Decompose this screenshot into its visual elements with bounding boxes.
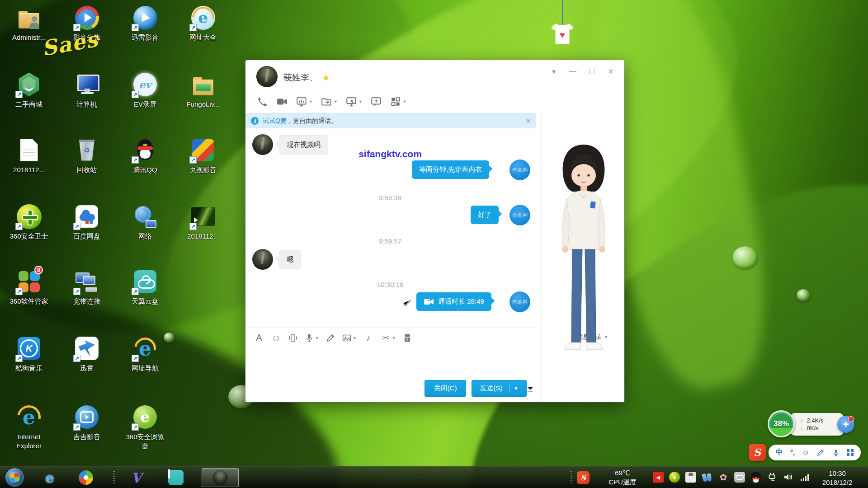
start-button[interactable] [5,468,24,487]
tray-flower-icon[interactable]: ✿ [718,472,729,483]
tray-kugou-icon[interactable]: ◄ [653,472,664,483]
tray-volume-icon[interactable] [783,472,794,483]
cpu-temperature[interactable]: 69℃ CPU温度 [598,469,647,487]
voice-message-button[interactable]: ▼ [302,332,321,344]
screen-demo-button[interactable]: ▼ [293,94,315,109]
tray-sogou-icon[interactable]: S [577,471,590,484]
network-speed-widget[interactable]: ↑2.4K/s ↓0K/s [790,413,844,436]
desktop-icon-baidupan[interactable]: 百度网盘 [60,203,114,241]
desktop-icon-yangshiyingyin[interactable]: 央视影音 [176,137,230,174]
contact-avatar[interactable] [252,249,273,270]
desktop-icon-kugou[interactable]: 酷狗音乐 [2,335,56,373]
tray-thunder-icon[interactable] [700,470,713,483]
qq-chat-window: 莪姓李、 ★ ▾ — ☐ ✕ ▼ ▼ ▼ ▼ i 试试Q麦 ，更自由的通话。 ✕ [245,60,624,402]
chat-toolbar: ▼ ▼ ▼ ▼ [255,94,409,109]
tray-network-icon[interactable] [799,472,810,483]
desktop-icon-tianyi[interactable]: 天翼云盘 [118,268,172,306]
message-input[interactable] [245,347,541,377]
desktop-icon-360guanjia[interactable]: 8 360软件管家 [2,268,56,306]
caret-down-icon: ▼ [315,336,319,340]
self-avatar[interactable]: 借条网 [509,205,530,225]
send-file-button[interactable]: ▼ [318,94,340,109]
voice-call-button[interactable] [255,94,271,109]
close-button[interactable]: ✕ [604,66,617,77]
desktop-icon-network[interactable]: 网络 [118,203,172,241]
desktop-icon-ev[interactable]: EV录屏 [118,71,172,109]
apps-grid-button[interactable]: ▼ [387,94,409,109]
call-duration-text: 通话时长 28:49 [438,297,484,306]
red-packet-button[interactable] [401,332,414,344]
desktop-icon-360browser[interactable]: 360安全浏览器 [118,404,172,450]
window-menu-button[interactable]: ▾ [547,66,560,77]
emoji-button[interactable]: ☺ [269,332,283,344]
taskbar-active-chat-button[interactable] [202,468,239,487]
contact-avatar[interactable] [252,134,273,155]
taskbar-sogou-browser-button[interactable] [79,470,93,485]
desktop-icon-label: 360软件管家 [9,297,48,306]
taskbar-grip[interactable] [113,471,115,484]
send-button-label: 发送(S) [480,384,503,393]
ime-pencil-button[interactable] [816,449,825,457]
taskbar-clock[interactable]: 10:30 2018/12/2 [812,469,863,488]
ime-punctuation-button[interactable]: °, [790,449,795,457]
send-button[interactable]: 发送(S) ▼ [472,380,527,397]
desktop-icon-fungo[interactable]: FungoLiv... [176,71,230,109]
tray-connection-icon[interactable] [767,472,778,483]
close-chat-button[interactable]: 关闭(C) [425,380,466,397]
desktop-icon-ershoushangcheng[interactable]: 二手商城 [2,71,56,109]
doodle-button[interactable] [324,332,337,344]
tray-360-icon[interactable] [669,472,680,483]
desktop-icon-recycle-bin[interactable]: 回收站 [60,137,114,174]
tray-cloud-icon[interactable] [734,472,745,483]
desktop-icon-wangzhidaohang[interactable]: 网址导航 [118,335,172,373]
text-document-icon [20,139,38,161]
ime-emoji-button[interactable]: ☺ [802,449,809,457]
create-group-button[interactable] [368,94,384,109]
ime-chinese-mode-button[interactable]: 中 [776,448,783,457]
accelerate-plus-button[interactable]: + [837,416,854,433]
minimize-button[interactable]: — [566,66,579,77]
memory-percent: 38% [774,419,789,428]
maximize-button[interactable]: ☐ [585,66,598,77]
taskbar-ie-button[interactable] [42,469,58,486]
qq-show-panel[interactable] [541,113,624,402]
tray-doctor-icon[interactable] [685,472,696,483]
ime-mic-button[interactable] [832,449,840,457]
download-speed: 0K/s [807,425,819,432]
taskbar-cloud-button[interactable] [168,470,184,485]
contact-avatar[interactable] [256,66,278,87]
ime-keyboard-button[interactable] [847,449,854,456]
desktop-icon-jiji[interactable]: 吉吉影音 [60,404,114,441]
tray-grip[interactable] [571,471,572,484]
desktop-icon-computer[interactable]: 计算机 [60,71,114,109]
desktop-icon-qq[interactable]: 腾讯QQ [118,137,172,174]
remote-desktop-button[interactable]: ▼ [343,94,365,109]
desktop-icon-video-file[interactable]: 2018112... [176,203,230,241]
desktop-icon-xunlei[interactable]: 迅雷 [60,335,114,373]
self-avatar[interactable]: 借条网 [509,291,530,312]
desktop-icon-document[interactable]: 2018112... [2,137,56,174]
desktop-icon-internet-explorer[interactable]: Internet Explorer [2,404,56,450]
font-button[interactable]: A [252,332,266,344]
notice-close-icon[interactable]: ✕ [525,117,531,125]
self-avatar[interactable]: 借条网 [509,160,530,180]
image-button[interactable]: ▼ [340,332,359,344]
desktop-icon-360weishi[interactable]: 360安全卫士 [2,203,56,241]
window-titlebar[interactable]: 莪姓李、 ★ ▾ — ☐ ✕ [245,60,624,93]
taskbar-v-app-button[interactable] [128,469,145,486]
music-button[interactable]: ♪ [361,332,376,344]
screenshot-button[interactable]: ✂▼ [378,332,398,344]
qmai-link[interactable]: 试试Q麦 [263,117,287,125]
shortcut-arrow-icon [73,355,80,362]
tray-qq-icon[interactable] [750,472,761,483]
video-call-button[interactable] [274,94,290,109]
window-shake-button[interactable] [286,332,300,344]
caret-down-icon: ▼ [392,336,396,340]
desktop-icon-broadband[interactable]: 宽带连接 [60,268,114,306]
sogou-ime-logo[interactable]: S [749,444,766,461]
desktop-icon-xunleiyingyin[interactable]: 迅雷影音 [118,5,172,42]
tshirt-gadget[interactable] [551,23,574,44]
desktop-icon-wangzhidaquan[interactable]: 网址大全 [176,5,230,42]
desktop-icon-label: 计算机 [77,100,97,109]
memory-usage-ball[interactable]: 38% [768,410,795,437]
